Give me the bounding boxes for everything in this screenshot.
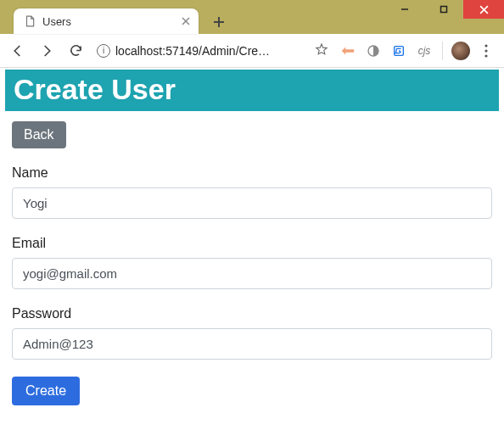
name-label: Name xyxy=(12,165,492,181)
page-icon xyxy=(24,15,36,27)
back-nav-button[interactable] xyxy=(5,38,31,64)
reload-button[interactable] xyxy=(63,38,88,64)
close-tab-icon[interactable] xyxy=(180,15,192,27)
bookmark-star-icon[interactable] xyxy=(315,42,328,59)
address-bar[interactable]: i localhost:57149/Admin/Cre… xyxy=(92,38,333,64)
browser-menu-button[interactable] xyxy=(475,40,497,62)
profile-avatar[interactable] xyxy=(450,40,472,62)
cjs-extension-icon[interactable]: cjs xyxy=(413,40,435,62)
page-title: Create User xyxy=(5,70,499,111)
avatar-icon xyxy=(451,42,470,60)
email-field[interactable] xyxy=(12,258,492,289)
create-button[interactable]: Create xyxy=(12,377,80,405)
password-label: Password xyxy=(12,306,492,321)
extension-area: cjs xyxy=(337,40,499,62)
page-content: Back Name Email Password Create xyxy=(0,111,504,416)
separator xyxy=(442,42,443,60)
site-info-icon[interactable]: i xyxy=(97,44,110,58)
browser-toolbar: i localhost:57149/Admin/Cre… cjs xyxy=(0,34,504,68)
extension-icon-3[interactable] xyxy=(388,40,410,62)
svg-point-10 xyxy=(484,44,487,47)
browser-tab[interactable]: Users xyxy=(14,8,199,34)
tab-strip: Users xyxy=(0,5,504,34)
back-button[interactable]: Back xyxy=(12,121,66,148)
extension-icon-1[interactable] xyxy=(337,40,359,62)
form-group-password: Password xyxy=(12,306,492,360)
email-label: Email xyxy=(12,236,492,251)
extension-icon-2[interactable] xyxy=(362,40,384,62)
form-group-name: Name xyxy=(12,165,492,219)
browser-window: Users i localhost:57149/Admin/Cre… xyxy=(0,0,504,430)
new-tab-button[interactable] xyxy=(207,10,231,34)
svg-point-12 xyxy=(484,54,487,57)
url-text: localhost:57149/Admin/Cre… xyxy=(115,44,310,58)
form-group-email: Email xyxy=(12,236,492,289)
page-viewport: Create User Back Name Email Password Cre… xyxy=(0,68,504,430)
svg-point-11 xyxy=(484,49,487,52)
password-field[interactable] xyxy=(12,328,492,360)
forward-nav-button[interactable] xyxy=(34,38,59,64)
name-field[interactable] xyxy=(12,187,492,219)
tab-title: Users xyxy=(42,15,173,28)
